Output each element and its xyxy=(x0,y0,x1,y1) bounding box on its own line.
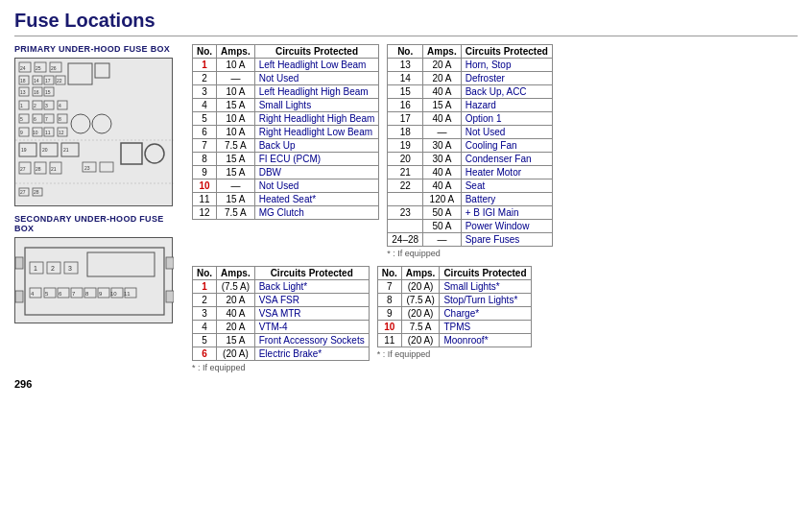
svg-text:26: 26 xyxy=(51,65,57,71)
table-row: Small Lights* xyxy=(440,280,531,294)
table-row: 19 xyxy=(388,139,423,153)
table-row: 5 xyxy=(193,334,217,347)
main-content: PRIMARY UNDER-HOOD FUSE BOX 24 25 26 18 … xyxy=(14,44,798,372)
table-row: 24–28 xyxy=(388,233,423,247)
table-row: 5 xyxy=(193,112,217,126)
svg-text:20: 20 xyxy=(42,147,48,153)
table4-container: No. Amps. Circuits Protected 7(20 A)Smal… xyxy=(377,266,532,372)
table-row: 40 A xyxy=(423,85,462,99)
table-row: 7 xyxy=(193,139,217,153)
svg-rect-20 xyxy=(68,63,92,84)
table-row: 1 xyxy=(193,59,217,72)
svg-text:9: 9 xyxy=(20,130,23,135)
table-row: Heater Motor xyxy=(461,166,552,179)
table-row: 15 A xyxy=(217,334,255,347)
svg-text:6: 6 xyxy=(59,291,62,297)
table-row: VSA MTR xyxy=(254,307,369,321)
table-row: + B IGI Main xyxy=(461,206,552,220)
note1: * : If equipped xyxy=(387,249,553,258)
table-row: — xyxy=(423,126,462,139)
table-row: 7.5 A xyxy=(217,139,255,153)
t2-col-amps: Amps. xyxy=(423,45,462,59)
table-row: 8 xyxy=(193,153,217,166)
svg-text:15: 15 xyxy=(45,89,51,95)
table-row: Left Headlight High Beam xyxy=(254,85,379,99)
table-row: 10 A xyxy=(217,59,255,72)
table-row: 40 A xyxy=(423,112,462,126)
table-row: TPMS xyxy=(440,321,531,334)
svg-text:11: 11 xyxy=(124,291,131,297)
svg-rect-71 xyxy=(15,257,23,269)
table-row: Back Up xyxy=(254,139,379,153)
svg-text:12: 12 xyxy=(59,130,64,135)
t1-col-circuit: Circuits Protected xyxy=(254,45,379,59)
svg-text:28: 28 xyxy=(36,166,41,172)
table-row: Charge* xyxy=(440,307,531,321)
table-row: 20 A xyxy=(217,294,255,307)
table-row: 16 xyxy=(388,99,423,112)
table-row: 40 A xyxy=(423,166,462,179)
svg-rect-75 xyxy=(25,248,164,315)
table2-container: No. Amps. Circuits Protected 1320 AHorn,… xyxy=(387,44,553,258)
table-row: 10 A xyxy=(217,112,255,126)
svg-text:3: 3 xyxy=(45,103,48,108)
svg-text:4: 4 xyxy=(31,291,35,297)
primary-label: PRIMARY UNDER-HOOD FUSE BOX xyxy=(14,44,182,54)
svg-text:25: 25 xyxy=(36,65,41,71)
svg-text:22: 22 xyxy=(57,78,62,84)
table-row: 7.5 A xyxy=(217,206,255,220)
table-row: 40 A xyxy=(217,307,255,321)
table-row: DBW xyxy=(254,166,379,179)
table-row: VSA FSR xyxy=(254,294,369,307)
table-row: 4 xyxy=(193,99,217,112)
svg-text:2: 2 xyxy=(34,103,36,108)
table-row: 8 xyxy=(377,294,401,307)
svg-point-31 xyxy=(92,114,111,133)
table-row: 18 xyxy=(388,126,423,139)
table1: No. Amps. Circuits Protected 110 ALeft H… xyxy=(192,44,379,220)
table-row: 1 xyxy=(193,280,217,294)
svg-rect-73 xyxy=(15,291,23,302)
table-row: Not Used xyxy=(254,72,379,85)
table-row: 2 xyxy=(193,72,217,85)
table4: No. Amps. Circuits Protected 7(20 A)Smal… xyxy=(377,266,532,347)
svg-text:7: 7 xyxy=(72,291,76,297)
table-row: Back Light* xyxy=(254,280,369,294)
t3-col-circuit: Circuits Protected xyxy=(254,267,369,280)
table-row: 13 xyxy=(388,59,423,72)
table-row: Back Up, ACC xyxy=(461,85,552,99)
table-row: Right Headlight Low Beam xyxy=(254,126,379,139)
secondary-fuse-box: 1 2 3 4 5 6 7 8 9 10 xyxy=(14,237,173,323)
table-row: 20 xyxy=(388,153,423,166)
table-row: Cooling Fan xyxy=(461,139,552,153)
t1-col-no: No. xyxy=(193,45,217,59)
table-row: 120 A xyxy=(423,193,462,206)
t1-col-amps: Amps. xyxy=(217,45,255,59)
primary-fuse-box-svg: 24 25 26 18 14 17 22 13 16 15 xyxy=(15,59,174,207)
table-row: Seat xyxy=(461,179,552,193)
t4-col-circuit: Circuits Protected xyxy=(440,267,531,280)
svg-text:27: 27 xyxy=(20,166,26,172)
secondary-label: SECONDARY UNDER-HOOD FUSE BOX xyxy=(14,214,182,233)
table-row: 20 A xyxy=(217,321,255,334)
svg-text:10: 10 xyxy=(110,291,117,297)
table-row: Right Headlight High Beam xyxy=(254,112,379,126)
table-row: 20 A xyxy=(423,59,462,72)
table-row: 17 xyxy=(388,112,423,126)
svg-rect-60 xyxy=(121,143,142,164)
table-row: Defroster xyxy=(461,72,552,85)
table-row: Hazard xyxy=(461,99,552,112)
table-row: 7.5 A xyxy=(401,321,440,334)
bottom-tables-row: No. Amps. Circuits Protected 1(7.5 A)Bac… xyxy=(192,266,798,372)
table-row: — xyxy=(217,179,255,193)
svg-text:1: 1 xyxy=(34,265,37,272)
svg-text:10: 10 xyxy=(33,130,38,135)
table-row: Left Headlight Low Beam xyxy=(254,59,379,72)
svg-text:18: 18 xyxy=(20,78,26,84)
svg-text:21: 21 xyxy=(63,147,69,153)
svg-text:11: 11 xyxy=(45,130,51,135)
table-row: 7 xyxy=(377,280,401,294)
table-row: — xyxy=(217,72,255,85)
svg-text:17: 17 xyxy=(45,78,51,84)
primary-fuse-box: 24 25 26 18 14 17 22 13 16 15 xyxy=(14,58,173,206)
